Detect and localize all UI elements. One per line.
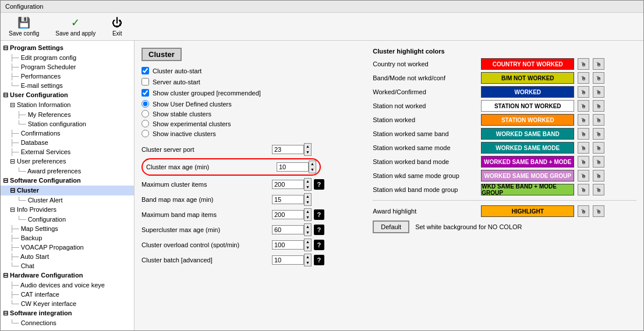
form-input-4[interactable] (272, 210, 304, 219)
form-input-5[interactable] (272, 225, 304, 234)
form-input-2[interactable] (272, 180, 304, 189)
save-config-button[interactable]: 💾 Save config (5, 15, 43, 38)
color-reset-btn-0[interactable]: 🖱 (593, 58, 604, 70)
sidebar-item-cat-interface[interactable]: ├─ CAT interface (1, 290, 134, 299)
color-reset-btn-1[interactable]: 🖱 (593, 72, 604, 84)
sidebar-item-cluster[interactable]: ⊟ Cluster (1, 186, 134, 195)
sidebar-item-cw-keyer[interactable]: └─ CW Keyer interface (1, 299, 134, 308)
sidebar-item-autostart[interactable]: ├─ Auto Start (1, 252, 134, 261)
sidebar-item-email-settings[interactable]: └─ E-mail settings (1, 81, 134, 90)
color-box-2[interactable]: WORKED (481, 86, 574, 98)
sidebar-item-program-scheduler[interactable]: ├─ Program Scheduler (1, 62, 134, 72)
sidebar-item-audio-devices[interactable]: ├─ Audio devices and voice keye (1, 280, 134, 290)
spinbox-up-1[interactable]: ▲ (309, 161, 316, 167)
spinbox-down-2[interactable]: ▼ (305, 184, 311, 190)
color-edit-btn-2[interactable]: 🖱 (578, 86, 589, 98)
sidebar-item-chat[interactable]: └─ Chat (1, 261, 134, 271)
sidebar-item-database[interactable]: ├─ Database (1, 138, 134, 147)
color-reset-btn-6[interactable]: 🖱 (593, 142, 604, 154)
color-edit-btn-0[interactable]: 🖱 (578, 58, 589, 70)
spinbox-up-3[interactable]: ▲ (305, 194, 311, 200)
sidebar-item-user-preferences[interactable]: ⊟ User preferences (1, 156, 134, 166)
form-input-6[interactable] (272, 240, 304, 250)
color-box-1[interactable]: B/M NOT WORKED (481, 72, 574, 84)
color-box-0[interactable]: COUNTRY NOT WORKED (481, 58, 574, 70)
spinbox-down-4[interactable]: ▼ (305, 215, 311, 220)
spinbox-down-3[interactable]: ▼ (305, 200, 311, 205)
spinbox-down-5[interactable]: ▼ (305, 230, 311, 236)
color-box-9[interactable]: WKD SAME BAND + MODE GROUP (481, 184, 574, 195)
color-box-8[interactable]: WORKED SAME MODE GROUP (481, 170, 574, 181)
color-reset-btn-4[interactable]: 🖱 (593, 114, 604, 126)
sidebar-item-award-preferences[interactable]: └─ Award preferences (1, 166, 134, 176)
spinbox-up-7[interactable]: ▲ (305, 254, 311, 260)
color-edit-btn-3[interactable]: 🖱 (578, 100, 589, 112)
spinbox-up-6[interactable]: ▲ (305, 239, 311, 245)
sidebar-item-station-configuration[interactable]: └─ Station configuration (1, 119, 134, 129)
color-reset-btn-7[interactable]: 🖱 (593, 156, 604, 168)
sidebar-item-external-services[interactable]: ├─ External Services (1, 147, 134, 156)
spinbox-up-0[interactable]: ▲ (305, 144, 311, 150)
color-edit-btn-1[interactable]: 🖱 (578, 72, 589, 84)
color-box-5[interactable]: WORKED SAME BAND (481, 128, 574, 140)
award-edit-btn[interactable]: 🖱 (578, 205, 589, 217)
form-input-0[interactable] (272, 145, 304, 154)
radio-inactive[interactable] (141, 130, 149, 137)
server-autostart-checkbox[interactable] (141, 78, 149, 86)
award-color-box[interactable]: HIGHLIGHT (481, 205, 574, 217)
spinbox-down-1[interactable]: ▼ (309, 167, 316, 173)
sidebar-item-user-config[interactable]: ⊟ User Configuration (1, 90, 134, 100)
color-reset-btn-9[interactable]: 🖱 (593, 184, 604, 195)
sidebar-item-my-references[interactable]: ├─ My References (1, 110, 134, 119)
color-edit-btn-6[interactable]: 🖱 (578, 142, 589, 154)
sidebar-item-connections[interactable]: └─ Connections (1, 318, 134, 328)
sidebar-item-info-providers[interactable]: ⊟ Info Providers (1, 205, 134, 215)
color-box-4[interactable]: STATION WORKED (481, 114, 574, 126)
default-button[interactable]: Default (373, 220, 409, 233)
help-btn-6[interactable]: ? (314, 240, 324, 250)
color-edit-btn-5[interactable]: 🖱 (578, 128, 589, 140)
color-edit-btn-4[interactable]: 🖱 (578, 114, 589, 126)
sidebar-item-map-settings[interactable]: ├─ Map Settings (1, 224, 134, 233)
spinbox-up-2[interactable]: ▲ (305, 179, 311, 184)
color-edit-btn-7[interactable]: 🖱 (578, 156, 589, 168)
help-btn-2[interactable]: ? (314, 179, 324, 190)
color-reset-btn-2[interactable]: 🖱 (593, 86, 604, 98)
color-edit-btn-8[interactable]: 🖱 (578, 170, 589, 181)
spinbox-up-4[interactable]: ▲ (305, 209, 311, 215)
radio-user-defined[interactable] (141, 100, 149, 108)
award-reset-btn[interactable]: 🖱 (593, 205, 604, 217)
color-box-6[interactable]: WORKED SAME MODE (481, 142, 574, 154)
color-edit-btn-9[interactable]: 🖱 (578, 184, 589, 195)
color-box-3[interactable]: STATION NOT WORKED (481, 100, 574, 112)
sidebar-item-cluster-alert[interactable]: └─ Cluster Alert (1, 195, 134, 205)
color-reset-btn-3[interactable]: 🖱 (593, 100, 604, 112)
spinbox-down-6[interactable]: ▼ (305, 245, 311, 251)
cluster-autostart-checkbox[interactable] (141, 67, 149, 74)
spinbox-up-5[interactable]: ▲ (305, 224, 311, 230)
exit-button[interactable]: ⏻ Exit (108, 16, 126, 38)
form-input-1[interactable] (277, 162, 309, 172)
help-btn-5[interactable]: ? (314, 225, 324, 235)
sidebar-item-software-integration[interactable]: ⊟ Software integration (1, 308, 134, 318)
color-box-7[interactable]: WORKED SAME BAND + MODE (481, 156, 574, 168)
radio-experimental[interactable] (141, 120, 149, 127)
save-apply-button[interactable]: ✓ Save and apply (52, 15, 99, 38)
sidebar-item-software-config[interactable]: ⊟ Software Configuration (1, 176, 134, 186)
sidebar-item-confirmations[interactable]: ├─ Confirmations (1, 129, 134, 138)
color-reset-btn-8[interactable]: 🖱 (593, 170, 604, 181)
sidebar-item-voacap[interactable]: ├─ VOACAP Propagation (1, 243, 134, 252)
spinbox-down-0[interactable]: ▼ (305, 150, 311, 155)
sidebar-item-edit-program-config[interactable]: ├─ Edit program config (1, 53, 134, 62)
color-reset-btn-5[interactable]: 🖱 (593, 128, 604, 140)
help-btn-4[interactable]: ? (314, 209, 324, 220)
help-btn-7[interactable]: ? (314, 255, 324, 265)
sidebar-item-backup[interactable]: ├─ Backup (1, 233, 134, 243)
sidebar-item-station-info[interactable]: ⊟ Station Information (1, 100, 134, 110)
sidebar-item-performances[interactable]: ├─ Performances (1, 72, 134, 81)
form-input-3[interactable] (272, 195, 304, 204)
sidebar-item-program-settings[interactable]: ⊟ Program Settings (1, 43, 134, 53)
grouped-checkbox[interactable] (141, 89, 149, 97)
radio-stable[interactable] (141, 110, 149, 118)
spinbox-down-7[interactable]: ▼ (305, 260, 311, 266)
